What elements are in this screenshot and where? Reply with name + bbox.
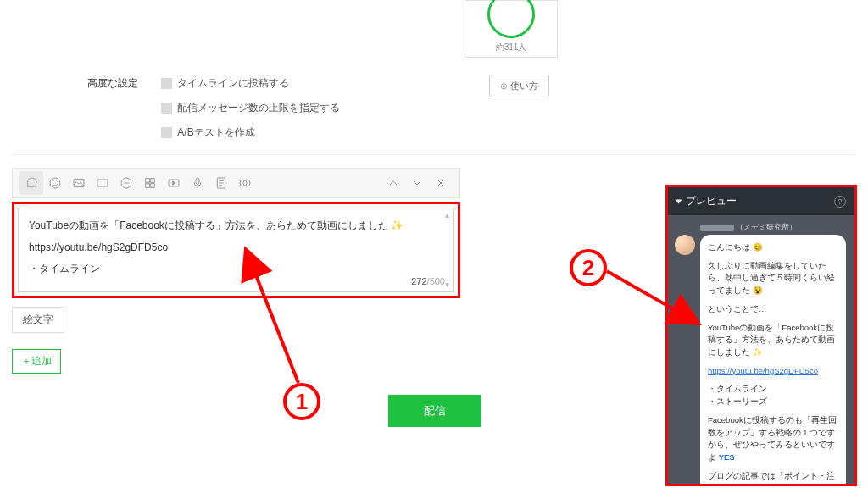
progress-ring (487, 0, 535, 38)
move-up-icon[interactable] (381, 171, 405, 195)
checkbox-icon[interactable] (161, 103, 172, 114)
svg-rect-9 (196, 178, 199, 184)
annotation-number-2: 2 (570, 249, 607, 286)
svg-rect-6 (146, 184, 150, 188)
emoji-button[interactable]: 絵文字 (12, 307, 64, 333)
message-textarea[interactable]: ▴ YouTubeの動画を「Facebookに投稿する」方法を、あらためて動画に… (18, 208, 454, 292)
avatar (675, 235, 695, 255)
coupon-icon[interactable] (114, 171, 138, 195)
richmenu-icon[interactable] (138, 171, 162, 195)
scroll-up-icon[interactable]: ▴ (442, 210, 452, 220)
survey-icon[interactable] (209, 171, 233, 195)
recipient-count: 約311人 (496, 42, 527, 53)
checkbox-icon[interactable] (161, 127, 172, 138)
annotation-number-1: 1 (283, 383, 320, 420)
divider (12, 154, 856, 155)
option-ab-test[interactable]: A/Bテストを作成 (161, 125, 340, 140)
advanced-settings-title: 高度な設定 (87, 76, 138, 91)
svg-point-0 (50, 178, 60, 188)
svg-rect-7 (151, 184, 155, 188)
smile-icon[interactable] (43, 171, 67, 195)
option-limit-count[interactable]: 配信メッセージ数の上限を指定する (161, 101, 340, 115)
message-composer: ▴ YouTubeの動画を「Facebookに投稿する」方法を、あらためて動画に… (12, 168, 460, 333)
preview-body: （メデミ研究所） こんにちは 😊 久しぶりに動画編集をしていたら、熱中し過ぎて５… (668, 215, 854, 484)
char-counter: 272/500 (411, 276, 445, 286)
preview-link[interactable]: https://youtu.be/hgS2gDFD5co (708, 366, 818, 375)
cardtype-icon[interactable] (233, 171, 257, 195)
preview-panel: プレビュー ? （メデミ研究所） こんにちは 😊 久しぶりに動画編集をしていたら… (665, 185, 857, 486)
add-message-button[interactable]: ＋追加 (12, 349, 61, 374)
chat-bubble: こんにちは 😊 久しぶりに動画編集をしていたら、熱中し過ぎて５時間くらい経ってま… (700, 235, 846, 484)
send-button[interactable]: 配信 (388, 395, 481, 427)
text-bubble-icon[interactable] (19, 171, 43, 195)
svg-rect-4 (146, 179, 150, 183)
checkbox-icon[interactable] (161, 78, 172, 89)
sender-name: （メデミ研究所） (700, 222, 848, 233)
svg-rect-2 (97, 180, 108, 186)
image-icon[interactable] (67, 171, 91, 195)
option-post-timeline[interactable]: タイムラインに投稿する (161, 76, 340, 91)
collapse-icon (676, 199, 682, 203)
preview-header[interactable]: プレビュー ? (668, 187, 854, 215)
help-icon[interactable]: ? (834, 196, 846, 208)
howto-button[interactable]: ⊙ 使い方 (489, 75, 549, 97)
annotation-highlight-1: ▴ YouTubeの動画を「Facebookに投稿する」方法を、あらためて動画に… (12, 202, 460, 298)
card-icon[interactable] (91, 171, 114, 195)
recipient-estimate-card: 約311人 (465, 0, 558, 58)
move-down-icon[interactable] (405, 171, 429, 195)
voice-icon[interactable] (186, 171, 209, 195)
composer-toolbar (12, 168, 460, 198)
preview-title: プレビュー (686, 194, 737, 208)
video-icon[interactable] (162, 171, 186, 195)
close-icon[interactable] (429, 171, 453, 195)
svg-rect-5 (151, 179, 155, 183)
